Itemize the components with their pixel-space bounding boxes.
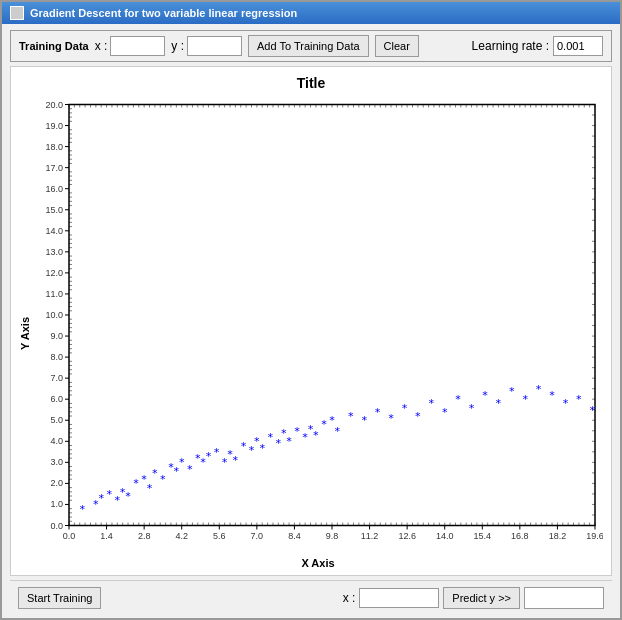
bottom-x-input-group: x : Predict y >> bbox=[343, 587, 604, 609]
svg-text:*: * bbox=[441, 406, 448, 419]
svg-text:7.0: 7.0 bbox=[50, 373, 63, 383]
svg-text:*: * bbox=[428, 397, 435, 410]
x-input[interactable] bbox=[110, 36, 165, 56]
svg-text:*: * bbox=[576, 393, 583, 406]
svg-text:*: * bbox=[240, 440, 247, 453]
svg-text:*: * bbox=[361, 414, 368, 427]
x-axis-label: X Axis bbox=[33, 555, 603, 571]
svg-text:*: * bbox=[347, 410, 354, 423]
svg-text:0.0: 0.0 bbox=[63, 531, 76, 541]
svg-text:*: * bbox=[313, 429, 320, 442]
svg-text:*: * bbox=[482, 389, 489, 402]
svg-text:*: * bbox=[495, 397, 502, 410]
svg-text:*: * bbox=[213, 446, 220, 459]
y-label: y : bbox=[171, 39, 184, 53]
svg-text:*: * bbox=[146, 482, 153, 495]
svg-text:*: * bbox=[232, 454, 239, 467]
svg-text:*: * bbox=[160, 473, 167, 486]
learning-rate-input[interactable] bbox=[553, 36, 603, 56]
svg-text:3.0: 3.0 bbox=[50, 457, 63, 467]
chart-title: Title bbox=[297, 75, 326, 91]
main-window: Gradient Descent for two variable linear… bbox=[0, 0, 622, 620]
chart-container: Title Y Axis 0.01.02.03.04.05.06.07.08.0… bbox=[10, 66, 612, 576]
svg-text:13.0: 13.0 bbox=[45, 247, 63, 257]
plot-wrapper: 0.01.02.03.04.05.06.07.08.09.010.011.012… bbox=[33, 95, 603, 555]
svg-text:18.2: 18.2 bbox=[549, 531, 567, 541]
section-label: Training Data bbox=[19, 40, 89, 52]
svg-text:*: * bbox=[152, 467, 159, 480]
svg-text:*: * bbox=[455, 393, 462, 406]
svg-text:*: * bbox=[178, 456, 185, 469]
add-to-training-data-button[interactable]: Add To Training Data bbox=[248, 35, 369, 57]
svg-text:9.0: 9.0 bbox=[50, 331, 63, 341]
chart-area: Y Axis 0.01.02.03.04.05.06.07.08.09.010.… bbox=[11, 95, 611, 571]
svg-text:*: * bbox=[286, 435, 293, 448]
svg-text:11.2: 11.2 bbox=[361, 531, 379, 541]
svg-text:*: * bbox=[508, 385, 515, 398]
svg-text:12.0: 12.0 bbox=[45, 268, 63, 278]
svg-text:16.0: 16.0 bbox=[45, 184, 63, 194]
clear-button[interactable]: Clear bbox=[375, 35, 419, 57]
svg-text:5.6: 5.6 bbox=[213, 531, 226, 541]
svg-text:*: * bbox=[468, 402, 475, 415]
main-content: Training Data x : y : Add To Training Da… bbox=[2, 24, 620, 620]
y-axis-label: Y Axis bbox=[19, 95, 31, 571]
plot-svg: 0.01.02.03.04.05.06.07.08.09.010.011.012… bbox=[33, 95, 603, 555]
svg-text:19.0: 19.0 bbox=[45, 121, 63, 131]
svg-text:*: * bbox=[267, 431, 274, 444]
svg-text:*: * bbox=[294, 425, 301, 438]
svg-text:8.0: 8.0 bbox=[50, 352, 63, 362]
start-training-button[interactable]: Start Training bbox=[18, 587, 101, 609]
training-data-section: Training Data x : y : Add To Training Da… bbox=[10, 30, 612, 62]
svg-text:10.0: 10.0 bbox=[45, 310, 63, 320]
svg-text:1.4: 1.4 bbox=[100, 531, 113, 541]
y-input[interactable] bbox=[187, 36, 242, 56]
svg-text:*: * bbox=[589, 404, 596, 417]
svg-text:*: * bbox=[549, 389, 556, 402]
svg-text:*: * bbox=[374, 406, 381, 419]
predict-output bbox=[524, 587, 604, 609]
svg-text:0.0: 0.0 bbox=[50, 521, 63, 531]
svg-text:15.0: 15.0 bbox=[45, 205, 63, 215]
svg-text:4.2: 4.2 bbox=[175, 531, 188, 541]
svg-text:2.0: 2.0 bbox=[50, 478, 63, 488]
svg-text:4.0: 4.0 bbox=[50, 436, 63, 446]
svg-text:9.8: 9.8 bbox=[326, 531, 339, 541]
learning-rate-label: Learning rate : bbox=[472, 39, 549, 53]
svg-text:*: * bbox=[401, 402, 408, 415]
svg-text:7.0: 7.0 bbox=[251, 531, 264, 541]
predict-y-button[interactable]: Predict y >> bbox=[443, 587, 520, 609]
svg-text:12.6: 12.6 bbox=[398, 531, 416, 541]
svg-text:5.0: 5.0 bbox=[50, 415, 63, 425]
svg-text:8.4: 8.4 bbox=[288, 531, 301, 541]
svg-text:6.0: 6.0 bbox=[50, 394, 63, 404]
svg-text:19.6: 19.6 bbox=[586, 531, 603, 541]
window-icon bbox=[10, 6, 24, 20]
svg-text:*: * bbox=[98, 492, 105, 505]
svg-text:*: * bbox=[321, 418, 328, 431]
svg-text:*: * bbox=[125, 490, 132, 503]
svg-text:*: * bbox=[133, 477, 140, 490]
svg-rect-0 bbox=[69, 105, 595, 526]
svg-text:14.0: 14.0 bbox=[45, 226, 63, 236]
window-title: Gradient Descent for two variable linear… bbox=[30, 7, 297, 19]
bottom-x-label: x : bbox=[343, 591, 356, 605]
title-bar: Gradient Descent for two variable linear… bbox=[2, 2, 620, 24]
bottom-x-input[interactable] bbox=[359, 588, 439, 608]
svg-text:*: * bbox=[522, 393, 529, 406]
svg-text:*: * bbox=[415, 410, 422, 423]
svg-text:*: * bbox=[535, 383, 542, 396]
svg-text:15.4: 15.4 bbox=[474, 531, 492, 541]
svg-text:*: * bbox=[106, 488, 113, 501]
svg-text:*: * bbox=[259, 442, 266, 455]
svg-text:*: * bbox=[334, 425, 341, 438]
svg-text:*: * bbox=[205, 450, 212, 463]
x-label: x : bbox=[95, 39, 108, 53]
plot-and-xaxis: 0.01.02.03.04.05.06.07.08.09.010.011.012… bbox=[33, 95, 603, 571]
svg-text:*: * bbox=[79, 503, 86, 516]
svg-text:14.0: 14.0 bbox=[436, 531, 454, 541]
svg-text:1.0: 1.0 bbox=[50, 499, 63, 509]
svg-text:11.0: 11.0 bbox=[45, 289, 63, 299]
svg-text:*: * bbox=[186, 463, 193, 476]
svg-text:16.8: 16.8 bbox=[511, 531, 529, 541]
